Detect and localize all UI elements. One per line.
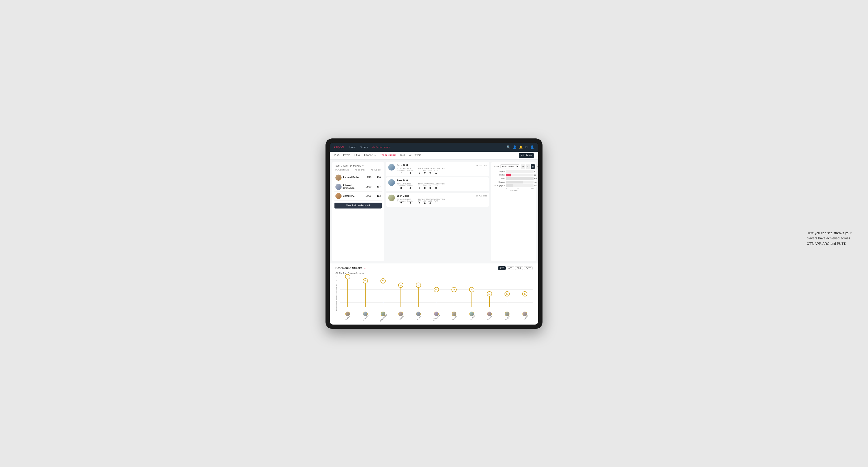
- show-row: Show Last 3 months ⊞ ≡ ▦ ⊟: [493, 164, 533, 168]
- lollipop-player-info: J. Coles: [398, 312, 404, 319]
- lollipop-stem: [436, 290, 437, 307]
- nav-my-performance[interactable]: My Performance: [371, 145, 391, 149]
- player-avg: 110: [374, 176, 381, 179]
- lollipop-stem: [454, 290, 454, 307]
- show-period-select[interactable]: Last 3 months: [500, 164, 519, 168]
- card-name-row: Rees Britt: [397, 179, 487, 182]
- arg-stat: ARG 0: [428, 200, 432, 205]
- avatar-icon[interactable]: 👤: [530, 145, 534, 149]
- arg-label: ARG: [428, 169, 432, 171]
- grid-view-icon[interactable]: ⊞: [521, 164, 525, 168]
- ott-stat: OTT 0: [418, 200, 421, 205]
- lollipop-bubble: 5x: [416, 283, 421, 288]
- avatar: 3: [335, 193, 342, 199]
- annotation-box: Here you can see streaks your players ha…: [807, 230, 854, 246]
- chart-axis: 0 200 400: [493, 187, 533, 189]
- arg-label: ARG: [428, 185, 432, 187]
- table-header: PLAYER NAME PB SCORE PB AVG SQ: [335, 169, 382, 172]
- subnav-tour[interactable]: Tour: [400, 154, 405, 157]
- chart-title: Total Shots: [493, 190, 533, 191]
- arg-value: 0: [428, 171, 432, 174]
- bar-outer: 96: [506, 174, 533, 177]
- subnav-all-players[interactable]: All Players: [409, 154, 422, 157]
- bar-count: 3: [534, 170, 538, 172]
- user-icon[interactable]: 👤: [513, 145, 517, 149]
- ott-value: 0: [418, 171, 421, 174]
- bar-count: 311: [534, 181, 538, 183]
- nav-home[interactable]: Home: [349, 145, 356, 149]
- player-name: Edward Crossman: [343, 184, 363, 189]
- subnav-team-clippd[interactable]: Team Clippd: [380, 154, 396, 157]
- lollipop-bubble: 4x: [469, 287, 474, 292]
- search-icon[interactable]: 🔍: [507, 145, 510, 149]
- player-row[interactable]: 1 Richard Butler 19/20 110: [335, 173, 382, 182]
- filter-app[interactable]: APP: [507, 266, 514, 270]
- player-score: 19/20: [364, 176, 373, 179]
- list-view-icon[interactable]: ≡: [526, 164, 530, 168]
- practice-value: 4: [407, 187, 413, 189]
- player-row[interactable]: 2 Edward Crossman 18/20 107: [335, 182, 382, 191]
- ott-stat: OTT 0: [418, 169, 421, 174]
- streaks-title-text: Best Round Streaks: [335, 267, 362, 270]
- rank-badge: 2: [340, 188, 342, 190]
- subnav-pgat[interactable]: PGAT Players: [334, 154, 350, 157]
- lollipop-bubble: 4x: [452, 287, 457, 292]
- tournament-label: Tournament: [397, 200, 405, 202]
- filter-ott[interactable]: OTT: [498, 266, 506, 270]
- card-player-name: Josh Coles: [397, 195, 409, 197]
- subnav-hcaps[interactable]: Hcaps 1-5: [364, 154, 376, 157]
- add-team-button[interactable]: Add Team: [519, 153, 534, 158]
- col-player-name: PLAYER NAME: [335, 169, 349, 171]
- view-leaderboard-button[interactable]: View Full Leaderboard: [335, 203, 382, 209]
- tournament-stat: Tournament 8: [397, 185, 405, 189]
- lollipop-player-info: B. McHerg: [361, 312, 369, 319]
- col-pb-score: PB SCORE: [355, 169, 365, 171]
- player-card: Rees Britt Total Rounds Tournament 8: [386, 177, 489, 191]
- app-value: 0: [423, 202, 427, 205]
- ott-stat: OTT 0: [418, 185, 421, 189]
- bar-row-eagles: Eagles 3: [493, 170, 533, 173]
- practice-activities-label: Total Practice Activities: [418, 198, 445, 200]
- practice-stat: Practice 2: [407, 200, 413, 205]
- app-stat: APP 0: [423, 185, 427, 189]
- card-stats: Total Rounds Tournament 8 Practice 4: [397, 183, 487, 189]
- rounds-sub: Tournament 7 Practice 6: [397, 169, 413, 174]
- bar-label: Birdies: [493, 174, 505, 176]
- subnav-pga[interactable]: PGA: [354, 154, 360, 157]
- nav-teams[interactable]: Teams: [360, 145, 368, 149]
- bar-count: 96: [534, 174, 538, 176]
- player-avg: 107: [374, 185, 381, 188]
- app-logo: clippd: [334, 145, 344, 149]
- bar-count: 499: [534, 178, 538, 179]
- ott-value: 0: [418, 202, 421, 205]
- arg-stat: ARG 0: [428, 169, 432, 174]
- nav-icons: 🔍 👤 🔔 ⚙ 👤: [507, 145, 534, 149]
- tournament-value: 7: [397, 202, 405, 205]
- bar-label: Pars: [493, 177, 505, 180]
- bell-icon[interactable]: 🔔: [519, 145, 523, 149]
- rounds-sub: Tournament 8 Practice 4: [397, 185, 413, 189]
- player-row[interactable]: 3 Cameron... 17/20 103: [335, 191, 382, 201]
- practice-value: 6: [407, 171, 413, 174]
- app-stat: APP 0: [423, 200, 427, 205]
- bar-row-dbogeys: D. Bogeys + 131: [493, 184, 533, 187]
- filter-arg[interactable]: ARG: [515, 266, 523, 270]
- bar-label: Bogeys: [493, 181, 505, 183]
- arrow-icon: ←: [364, 266, 367, 270]
- axis-label-400: 400: [531, 187, 533, 189]
- tournament-value: 8: [397, 187, 405, 189]
- table-view-icon[interactable]: ⊟: [536, 164, 538, 168]
- chart-view-icon[interactable]: ▦: [531, 164, 535, 168]
- avatar: [388, 179, 395, 186]
- putt-value: 1: [434, 202, 438, 205]
- sub-nav-links: PGAT Players PGA Hcaps 1-5 Team Clippd T…: [334, 154, 519, 157]
- filter-putt[interactable]: PUTT: [524, 266, 533, 270]
- edit-icon[interactable]: ✏: [362, 164, 364, 167]
- arg-label: ARG: [428, 200, 432, 202]
- lollipop-bubble: 6x: [380, 278, 385, 283]
- putt-stat: PUTT 1: [434, 200, 438, 205]
- lollipop-stem: [418, 285, 419, 307]
- total-rounds-label: Total Rounds: [397, 183, 413, 185]
- settings-icon[interactable]: ⚙: [525, 145, 528, 149]
- lollipop-bubble: 5x: [398, 283, 403, 288]
